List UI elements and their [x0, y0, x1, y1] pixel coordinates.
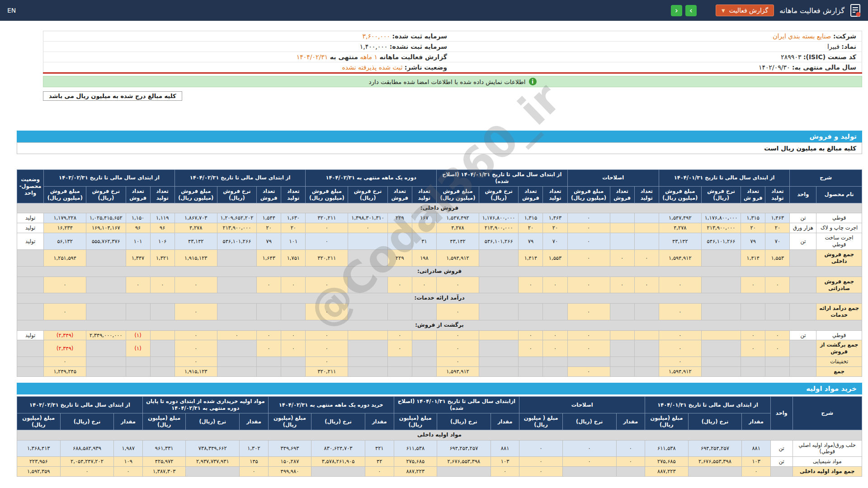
- value-cell: ۰: [519, 330, 543, 340]
- status-cell: [17, 340, 44, 357]
- value-cell: ۱۰۳: [742, 457, 771, 467]
- isic-label: کد صنعت (ISIC):: [803, 53, 856, 61]
- value-cell: ۰: [519, 440, 562, 457]
- unit-cell: تن: [770, 440, 793, 457]
- info-row: نماد: فبيرا سرمایه ثبت نشده: ۱,۴۰۰,۰۰۰: [43, 42, 862, 52]
- value-cell: ۰: [306, 330, 348, 340]
- value-cell: [387, 233, 412, 250]
- row-label-cell: جمع فروش صادراتی: [816, 277, 862, 293]
- next-report-button[interactable]: ›: [685, 5, 697, 16]
- value-cell: [610, 213, 634, 223]
- value-cell: ۱,۴۱۴: [519, 250, 543, 267]
- value-cell: ۴۳,۱۴۲: [175, 233, 217, 250]
- value-cell: [543, 357, 567, 367]
- value-cell: ۱,۱۷۹,۲۲۸: [44, 213, 86, 223]
- value-cell: [519, 357, 543, 367]
- value-cell: ۱,۹۱۵,۱۲۳: [175, 250, 217, 267]
- data-row: جمع درآمد ارائه خدمات۰۰۰۰۰۰: [17, 304, 862, 320]
- value-cell: ۲۰: [519, 223, 543, 233]
- prev-report-button[interactable]: ‹: [671, 5, 682, 16]
- section-row: برگشت از فروش:: [17, 320, 862, 330]
- report-period-date: ۱۴۰۴/۰۲/۳۱: [297, 53, 328, 61]
- value-cell: [634, 304, 659, 320]
- column-group-header: از ابتدای سال مالی تا تاریخ ۱۴۰۳/۰۲/۳۱: [17, 397, 143, 413]
- value-cell: ۰: [175, 304, 217, 320]
- value-cell: [412, 330, 436, 340]
- row-label-cell: جمع: [816, 367, 862, 377]
- data-row: اجرت چاپ و لاکهزار ورق۲۰۲۰۲۱۳,۹۰۰,۰۰۰۴,۲…: [17, 223, 862, 233]
- table-unit-note: کلیه مبالغ به میلیون ریال است: [17, 142, 862, 154]
- column-group-header: وضعیت محصول-واحد: [17, 170, 44, 203]
- value-cell: [634, 367, 659, 377]
- value-cell: (۱): [126, 340, 150, 357]
- value-cell: [150, 357, 175, 367]
- value-cell: [634, 330, 659, 340]
- report-type-button[interactable]: گزارش فعالیت ▼: [716, 5, 774, 16]
- unit-cell: [790, 304, 816, 320]
- value-cell: ۱,۲۵۱,۵۹۴: [44, 250, 86, 267]
- value-cell: [217, 250, 256, 267]
- value-cell: ۱,۳۸۷,۳۰۳: [142, 467, 185, 477]
- value-cell: (۱): [126, 330, 150, 340]
- section-label: درآمد ارائه خدمات:: [17, 293, 862, 304]
- company-name-link[interactable]: صنايع بسته بندي ايران: [773, 33, 831, 40]
- issuer-status-label: وضعیت ناشر:: [405, 64, 447, 71]
- value-cell: ۰: [437, 330, 479, 340]
- column-header: تعداد تولید: [543, 186, 567, 203]
- row-label-cell: جمع فروش داخلی: [816, 250, 862, 267]
- language-toggle-en[interactable]: EN: [7, 7, 16, 14]
- value-cell: ۱,۵۴۷,۴۹۲: [437, 213, 479, 223]
- value-cell: ۰: [659, 304, 701, 320]
- column-header: مقدار: [742, 413, 771, 430]
- value-cell: ۰: [44, 277, 86, 293]
- value-cell: ۰: [217, 330, 256, 340]
- company-info-panel: شرکت: صنايع بسته بندي ايران سرمایه ثبت ش…: [43, 31, 862, 74]
- unit-cell: [790, 277, 816, 293]
- value-cell: [701, 277, 741, 293]
- data-row: جمع فروش داخلی۱,۵۵۳۱,۴۱۴۱,۵۹۴,۹۱۲۰۰۰۱,۵۵…: [17, 250, 862, 267]
- column-header: مبلغ فروش (میلیون ریال): [567, 186, 610, 203]
- value-cell: ۶۱۱,۵۳۸: [394, 440, 437, 457]
- page: { "colors": { "topbar_bg": "#233450", "a…: [0, 0, 868, 488]
- value-cell: ۲۰: [765, 223, 790, 233]
- value-cell: [150, 367, 175, 377]
- value-cell: ۱,۵۹۴,۹۱۲: [659, 367, 701, 377]
- raw-materials-table: شرحواحداز ابتدای سال مالی تا تاریخ ۱۴۰۴/…: [17, 396, 862, 477]
- value-cell: [86, 340, 126, 357]
- column-header: مبلغ فروش (میلیون ریال): [175, 186, 217, 203]
- value-cell: [217, 340, 256, 357]
- value-cell: ۴۳,۱۴۲: [659, 233, 701, 250]
- report-type-label: گزارش فعالیت: [729, 7, 769, 14]
- raw-materials-section: خرید مواد اولیه شرحواحداز ابتدای سال مال…: [17, 383, 862, 477]
- value-cell: [186, 467, 240, 477]
- value-cell: ۱,۰۲۵,۴۱۵,۶۵۲: [86, 213, 126, 223]
- value-cell: [610, 223, 634, 233]
- value-cell: [610, 367, 634, 377]
- registered-capital-value: ۳,۶۰۰,۰۰۰: [363, 33, 391, 40]
- column-header: نرخ (ریال): [186, 413, 240, 430]
- value-cell: ۲,۶۷۶,۵۵۳,۳۹۸: [437, 457, 491, 467]
- column-group-header: مواد اولیه خریداری شده از ابتدای دوره تا…: [142, 397, 268, 413]
- column-group-header: دوره یک ماهه منتهی به ۱۴۰۴/۰۲/۳۱: [306, 170, 437, 187]
- value-cell: [479, 250, 519, 267]
- value-cell: ۰: [175, 357, 217, 367]
- value-cell: [387, 367, 412, 377]
- data-row: اجرت ساخت قوطيتن۷۰۷۹۵۴۶,۱۰۱,۲۶۶۴۳,۱۴۲۰۷۰…: [17, 233, 862, 250]
- status-cell: تولید: [17, 213, 44, 223]
- value-cell: ۱,۱۵۰: [126, 213, 150, 223]
- signature-match-text: اطلاعات نمایش داده شده با اطلاعات امضا ش…: [368, 78, 525, 85]
- value-cell: [543, 304, 567, 320]
- value-cell: ۲۷۵,۶۸۵: [394, 457, 437, 467]
- value-cell: ۱,۳۱۵: [519, 213, 543, 223]
- unit-cell: [790, 250, 816, 267]
- value-cell: ۰: [60, 467, 114, 477]
- value-cell: ۱,۲۴۹,۲۴۵: [44, 367, 86, 377]
- column-header: مبلغ (میلیون ریال): [268, 413, 311, 430]
- value-cell: ۲۰: [741, 223, 765, 233]
- value-cell: [217, 357, 256, 367]
- value-cell: [348, 277, 387, 293]
- section-label: مواد اولیه داخلی: [17, 430, 862, 440]
- value-cell: ۱,۶۴۳: [257, 250, 281, 267]
- value-cell: ۳۱: [412, 233, 436, 250]
- value-cell: ۱,۸۶۷,۷۰۳: [175, 213, 217, 223]
